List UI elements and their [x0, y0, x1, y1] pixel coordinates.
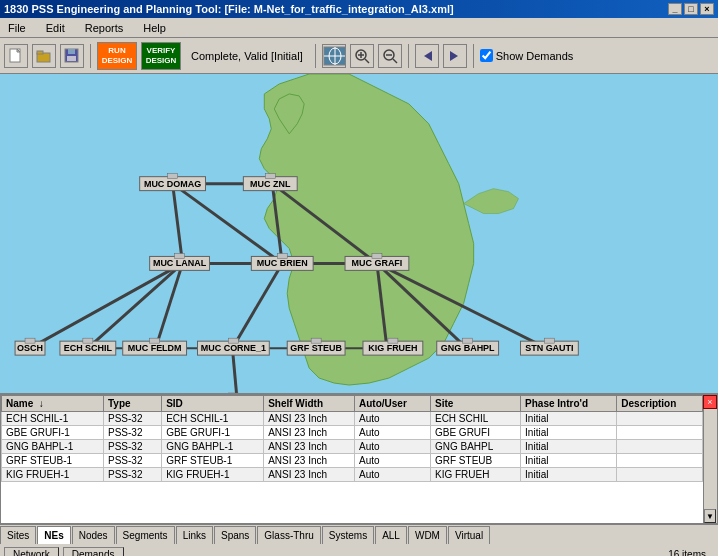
title-bar: 1830 PSS Engineering and Planning Tool: … [0, 0, 718, 18]
cell-shelf-width: ANSI 23 Inch [264, 426, 355, 440]
tab-links[interactable]: Links [176, 526, 213, 544]
svg-rect-72 [311, 338, 321, 343]
table-row[interactable]: GNG BAHPL-1 PSS-32 GNG BAHPL-1 ANSI 23 I… [2, 440, 703, 454]
menu-file[interactable]: File [4, 20, 30, 36]
cell-shelf-width: ANSI 23 Inch [264, 468, 355, 482]
cell-auto-user: Auto [355, 468, 431, 482]
svg-rect-3 [37, 51, 43, 54]
svg-text:MUC ZNL: MUC ZNL [250, 179, 291, 189]
zoom-in-button[interactable] [350, 44, 374, 68]
close-panel-button[interactable]: × [703, 395, 717, 409]
vertical-scrollbar[interactable]: ▲ ▼ [703, 395, 717, 523]
map-svg: MUC DOMAG MUC ZNL MUC LANAL MUC BRIEN MU… [0, 74, 718, 393]
svg-rect-66 [150, 338, 160, 343]
svg-marker-18 [424, 51, 432, 61]
network-sub-tab[interactable]: Network [4, 547, 59, 557]
tab-virtual[interactable]: Virtual [448, 526, 490, 544]
cell-name: ECH SCHIL-1 [2, 412, 104, 426]
maximize-button[interactable]: □ [684, 3, 698, 15]
col-description: Description [617, 396, 703, 412]
tab-systems[interactable]: Systems [322, 526, 374, 544]
svg-text:GRF STEUB: GRF STEUB [290, 343, 342, 353]
tab-all[interactable]: ALL [375, 526, 407, 544]
new-button[interactable] [4, 44, 28, 68]
cell-phase: Initial [521, 454, 617, 468]
cell-auto-user: Auto [355, 440, 431, 454]
map-view-button[interactable] [322, 44, 346, 68]
forward-button[interactable] [443, 44, 467, 68]
table-row[interactable]: GBE GRUFI-1 PSS-32 GBE GRUFI-1 ANSI 23 I… [2, 426, 703, 440]
cell-sid: GNG BAHPL-1 [162, 440, 264, 454]
cell-shelf-width: ANSI 23 Inch [264, 412, 355, 426]
table-scroll[interactable]: Name ↓ Type SID Shelf Width Auto/User Si… [1, 395, 703, 503]
minimize-button[interactable]: _ [668, 3, 682, 15]
cell-type: PSS-32 [104, 426, 162, 440]
demands-sub-tab[interactable]: Demands [63, 547, 124, 557]
tab-nes[interactable]: NEs [37, 526, 70, 544]
svg-rect-54 [277, 253, 287, 258]
svg-text:MUC CORNE_1: MUC CORNE_1 [201, 343, 266, 353]
svg-rect-78 [463, 338, 473, 343]
tab-wdm[interactable]: WDM [408, 526, 447, 544]
cell-sid: GRF STEUB-1 [162, 454, 264, 468]
menu-bar: File Edit Reports Help [0, 18, 718, 38]
svg-text:KIG FRUEH: KIG FRUEH [368, 343, 417, 353]
col-name: Name ↓ [2, 396, 104, 412]
svg-line-16 [393, 59, 397, 63]
tab-sites[interactable]: Sites [0, 526, 36, 544]
svg-rect-57 [372, 253, 382, 258]
tab-segments[interactable]: Segments [116, 526, 175, 544]
svg-text:MUC BRIEN: MUC BRIEN [257, 258, 308, 268]
tab-spans[interactable]: Spans [214, 526, 256, 544]
svg-rect-69 [228, 338, 238, 343]
svg-rect-48 [265, 174, 275, 179]
cell-desc [617, 468, 703, 482]
cell-phase: Initial [521, 440, 617, 454]
cell-auto-user: Auto [355, 426, 431, 440]
show-demands-checkbox[interactable] [480, 49, 493, 62]
status-text: Complete, Valid [Initial] [185, 50, 309, 62]
menu-reports[interactable]: Reports [81, 20, 128, 36]
run-design-button[interactable]: RUNDESIGN [97, 42, 137, 70]
close-button[interactable]: × [700, 3, 714, 15]
cell-name: KIG FRUEH-1 [2, 468, 104, 482]
svg-marker-19 [450, 51, 458, 61]
cell-auto-user: Auto [355, 412, 431, 426]
cell-shelf-width: ANSI 23 Inch [264, 440, 355, 454]
table-row[interactable]: ECH SCHIL-1 PSS-32 ECH SCHIL-1 ANSI 23 I… [2, 412, 703, 426]
cell-type: PSS-32 [104, 468, 162, 482]
back-button[interactable] [415, 44, 439, 68]
verify-design-button[interactable]: VERIFYDESIGN [141, 42, 181, 70]
svg-text:MUC GRAFI: MUC GRAFI [352, 258, 403, 268]
svg-rect-81 [544, 338, 554, 343]
cell-desc [617, 454, 703, 468]
table-row[interactable]: KIG FRUEH-1 PSS-32 KIG FRUEH-1 ANSI 23 I… [2, 468, 703, 482]
svg-text:GNG BAHPL: GNG BAHPL [441, 343, 495, 353]
open-button[interactable] [32, 44, 56, 68]
cell-type: PSS-32 [104, 440, 162, 454]
cell-sid: KIG FRUEH-1 [162, 468, 264, 482]
cell-auto-user: Auto [355, 454, 431, 468]
svg-text:MUC LANAL: MUC LANAL [153, 258, 207, 268]
scroll-down-button[interactable]: ▼ [704, 509, 716, 523]
window-title: 1830 PSS Engineering and Planning Tool: … [4, 3, 454, 15]
svg-text:ECH SCHIL: ECH SCHIL [64, 343, 113, 353]
svg-text:MUC FELDM: MUC FELDM [128, 343, 182, 353]
svg-rect-63 [83, 338, 93, 343]
tab-nodes[interactable]: Nodes [72, 526, 115, 544]
menu-edit[interactable]: Edit [42, 20, 69, 36]
col-site: Site [430, 396, 520, 412]
save-button[interactable] [60, 44, 84, 68]
menu-help[interactable]: Help [139, 20, 170, 36]
zoom-out-button[interactable] [378, 44, 402, 68]
svg-rect-6 [67, 56, 76, 61]
table-container: × Name ↓ Type SID Shelf Width Auto/User … [0, 394, 718, 524]
tab-glass-thru[interactable]: Glass-Thru [257, 526, 320, 544]
svg-text:OSCH: OSCH [17, 343, 43, 353]
cell-desc [617, 426, 703, 440]
table-row[interactable]: GRF STEUB-1 PSS-32 GRF STEUB-1 ANSI 23 I… [2, 454, 703, 468]
cell-desc [617, 440, 703, 454]
svg-rect-5 [68, 49, 75, 54]
map-area[interactable]: MUC DOMAG MUC ZNL MUC LANAL MUC BRIEN MU… [0, 74, 718, 394]
svg-rect-45 [168, 174, 178, 179]
